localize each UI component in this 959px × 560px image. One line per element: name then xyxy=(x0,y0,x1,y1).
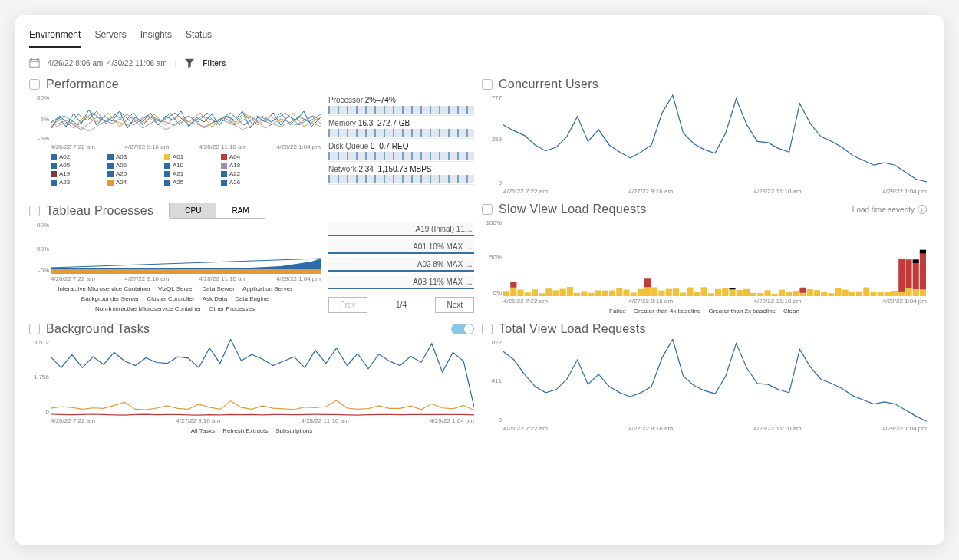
svg-rect-25 xyxy=(658,291,664,296)
svg-rect-37 xyxy=(737,290,743,296)
svg-rect-30 xyxy=(694,292,700,296)
legend-item[interactable]: A24 xyxy=(107,179,157,186)
tab-environment[interactable]: Environment xyxy=(29,25,81,48)
legend-item[interactable]: A03 xyxy=(107,153,157,160)
legend-item[interactable]: Ask Data xyxy=(203,295,227,302)
svg-rect-67 xyxy=(913,259,919,263)
svg-rect-9 xyxy=(552,290,559,296)
legend-item[interactable]: A21 xyxy=(164,170,213,177)
concurrent-chart[interactable]: 777 389 0 xyxy=(482,94,927,186)
process-pager: Prev 1/4 Next xyxy=(328,297,474,313)
svg-rect-13 xyxy=(581,291,587,296)
legend-item[interactable]: A04 xyxy=(221,153,270,160)
svg-rect-39 xyxy=(750,293,756,296)
cpu-ram-toggle: CPU RAM xyxy=(169,203,265,219)
dashboard-window: Environment Servers Insights Status 4/26… xyxy=(15,15,944,545)
tab-insights[interactable]: Insights xyxy=(140,25,172,48)
filter-icon[interactable] xyxy=(184,58,195,68)
processes-chart[interactable]: 00% 50% -0% xyxy=(29,222,321,274)
legend-item[interactable]: A06 xyxy=(107,162,157,169)
process-row[interactable]: A02 8% MAX … xyxy=(328,257,474,272)
legend-item[interactable]: A10 xyxy=(164,162,213,169)
legend-item[interactable]: A23 xyxy=(51,179,100,186)
legend-item[interactable]: Application Server xyxy=(242,285,292,292)
svg-rect-65 xyxy=(913,289,919,296)
metric-row[interactable]: Disk Queue 0–0.7 REQ xyxy=(328,142,474,162)
svg-rect-36 xyxy=(729,288,735,289)
process-row[interactable]: A19 (Initial) 11… xyxy=(328,222,474,236)
legend-item[interactable]: Greater than 4x baseline xyxy=(634,308,701,315)
seg-ram[interactable]: RAM xyxy=(216,203,264,218)
legend-item[interactable]: Greater than 2x baseline xyxy=(708,308,776,315)
legend-item[interactable]: A02 xyxy=(51,153,100,160)
svg-rect-69 xyxy=(920,254,926,290)
legend-item[interactable]: A19 xyxy=(51,170,100,177)
svg-rect-14 xyxy=(588,293,594,296)
legend-item[interactable]: A25 xyxy=(164,179,213,186)
severity-note[interactable]: Load time severityi xyxy=(852,205,927,214)
legend-item[interactable]: A22 xyxy=(221,170,270,177)
legend-item[interactable]: Non-Interactive Microservice Container xyxy=(95,305,201,312)
legend-item[interactable]: Cluster Controller xyxy=(147,295,194,302)
tasks-toggle[interactable] xyxy=(451,324,474,334)
legend-item[interactable]: VizQL Server xyxy=(158,285,194,292)
metric-row[interactable]: Network 2.34–1,150.73 MBPS xyxy=(328,165,474,185)
legend-item[interactable]: A18 xyxy=(221,162,270,169)
legend-item[interactable]: All Tasks xyxy=(191,427,215,434)
legend-item[interactable]: Data Engine xyxy=(235,295,269,302)
x-axis: 4/26/22 7:22 am 4/27/22 9:16 am 4/28/22 … xyxy=(29,143,321,150)
filter-bar: 4/26/22 8:06 am–4/30/22 11:06 am | Filte… xyxy=(29,48,930,77)
background-chart[interactable]: 3,512 1,756 0 xyxy=(29,339,474,416)
legend-item[interactable]: Other Processes xyxy=(209,305,255,312)
svg-rect-64 xyxy=(905,259,911,288)
panel-processes: Tableau Processes CPU RAM 00% 50% -0% xyxy=(29,203,474,315)
info-icon[interactable]: i xyxy=(918,205,927,214)
calendar-icon[interactable] xyxy=(29,58,40,68)
panel-concurrent-users: Concurrent Users 777 389 0 4/26/22 7:22 … xyxy=(482,77,927,195)
svg-rect-41 xyxy=(764,290,770,296)
legend-item[interactable]: Failed xyxy=(609,308,626,315)
seg-cpu[interactable]: CPU xyxy=(170,203,216,218)
svg-rect-11 xyxy=(567,287,573,296)
legend-item[interactable]: A20 xyxy=(107,170,157,177)
tab-servers[interactable]: Servers xyxy=(94,25,126,48)
metric-row[interactable]: Processor 2%–74% xyxy=(328,96,474,116)
legend-item[interactable]: Interactive Microservice Container xyxy=(58,285,150,292)
svg-rect-3 xyxy=(510,282,516,288)
legend-item[interactable]: Data Server xyxy=(202,285,235,292)
slow-chart[interactable]: 100% 50% 0% xyxy=(482,219,927,296)
svg-rect-34 xyxy=(722,288,728,296)
svg-rect-8 xyxy=(545,288,552,296)
tab-status[interactable]: Status xyxy=(186,25,212,48)
legend-item[interactable]: A05 xyxy=(51,162,100,169)
prev-button[interactable]: Prev xyxy=(328,297,367,313)
legend-item[interactable]: Subscriptions xyxy=(275,427,312,434)
svg-rect-19 xyxy=(623,289,629,296)
svg-rect-7 xyxy=(539,293,545,296)
svg-rect-42 xyxy=(772,294,778,296)
date-range[interactable]: 4/26/22 8:06 am–4/30/22 11:06 am xyxy=(48,59,167,68)
svg-rect-55 xyxy=(856,292,862,296)
legend-item[interactable]: Backgrounder Server xyxy=(81,295,140,302)
legend-item[interactable]: Refresh Extracts xyxy=(222,427,268,434)
process-row[interactable]: A01 10% MAX … xyxy=(328,239,474,254)
svg-rect-70 xyxy=(920,250,926,254)
svg-rect-26 xyxy=(666,289,672,296)
tasks-icon xyxy=(29,324,40,334)
performance-chart[interactable]: 00% 5% -5% xyxy=(29,94,321,142)
legend-item[interactable]: A01 xyxy=(164,153,213,160)
clock-icon xyxy=(482,204,493,215)
panel-performance: Performance 00% 5% -5% xyxy=(29,77,474,195)
svg-rect-28 xyxy=(680,292,686,296)
svg-rect-23 xyxy=(644,278,651,287)
cpu-icon xyxy=(29,79,40,90)
svg-rect-44 xyxy=(786,292,792,296)
next-button[interactable]: Next xyxy=(435,297,474,313)
svg-rect-62 xyxy=(898,259,905,292)
filters-label[interactable]: Filters xyxy=(203,59,226,68)
process-row[interactable]: A03 11% MAX … xyxy=(328,275,474,289)
total-chart[interactable]: 822 411 0 xyxy=(482,339,927,423)
legend-item[interactable]: A26 xyxy=(221,179,270,186)
legend-item[interactable]: Clean xyxy=(783,308,799,315)
metric-row[interactable]: Memory 16.3–272.7 GB xyxy=(328,119,474,139)
